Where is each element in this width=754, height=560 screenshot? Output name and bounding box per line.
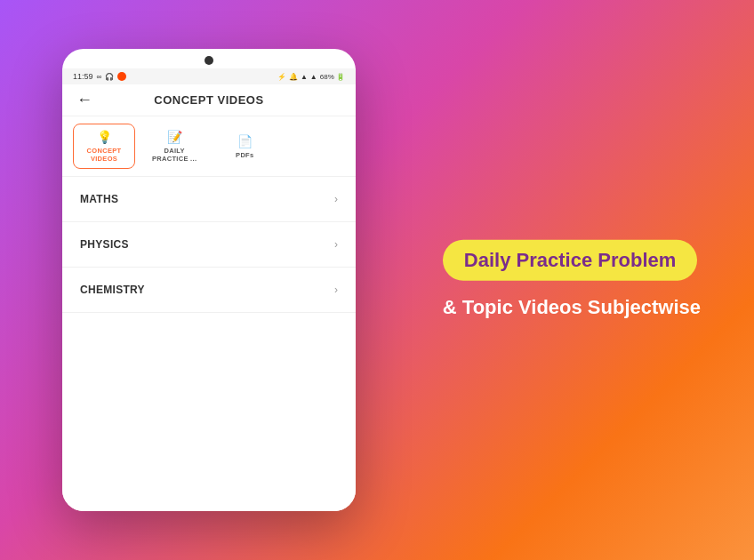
- subtitle-container: & Topic Videos Subjectwise: [443, 295, 701, 321]
- tab-pdfs-label: PDFs: [236, 151, 253, 159]
- status-right: ⚡ 🔔 ▲ ▲ 68% 🔋: [277, 73, 345, 81]
- subject-list: MATHS › PHYSICS › CHEMISTRY ›: [62, 177, 356, 511]
- highlight-badge: Daily Practice Problem: [443, 240, 697, 281]
- wifi-icon: ▲: [301, 73, 308, 81]
- app-header: ← CONCEPT VIDEOS: [62, 84, 356, 116]
- time-display: 11:59: [73, 72, 93, 81]
- headphone-icon: 🎧: [105, 73, 114, 81]
- tab-bar: 💡 CONCEPTVIDEOS 📝 DAILYPRACTICE ... 📄 PD…: [62, 116, 356, 177]
- subject-maths-label: MATHS: [80, 193, 118, 205]
- subject-chemistry-label: CHEMISTRY: [80, 284, 145, 296]
- concept-videos-icon: 💡: [97, 130, 112, 144]
- maths-chevron-icon: ›: [334, 193, 338, 205]
- subtitle-text: & Topic Videos Subjectwise: [443, 296, 701, 318]
- battery-display: 68% 🔋: [320, 73, 345, 81]
- physics-chevron-icon: ›: [334, 238, 338, 251]
- device-mockup: 11:59 ∞ 🎧 ⚡ 🔔 ▲ ▲ 68% 🔋 ← CONCEPT VIDEOS: [62, 49, 356, 511]
- battery-percent: 68%: [320, 73, 334, 81]
- chemistry-chevron-icon: ›: [334, 284, 338, 296]
- subject-maths[interactable]: MATHS ›: [62, 177, 356, 222]
- network-icon: ▲: [310, 73, 317, 81]
- tab-concept-label: CONCEPTVIDEOS: [87, 147, 122, 163]
- battery-icon: 🔋: [336, 73, 345, 81]
- subject-physics[interactable]: PHYSICS ›: [62, 222, 356, 268]
- pdfs-icon: 📄: [237, 134, 253, 148]
- notification-icon: 🔔: [289, 73, 298, 81]
- charge-icon: ⚡: [277, 73, 286, 81]
- subject-chemistry[interactable]: CHEMISTRY ›: [62, 268, 356, 313]
- tab-daily-practice[interactable]: 📝 DAILYPRACTICE ...: [142, 124, 206, 169]
- right-panel: Daily Practice Problem & Topic Videos Su…: [443, 240, 701, 321]
- scene: 11:59 ∞ 🎧 ⚡ 🔔 ▲ ▲ 68% 🔋 ← CONCEPT VIDEOS: [0, 0, 754, 560]
- status-left: 11:59 ∞ 🎧: [73, 72, 126, 81]
- daily-practice-icon: 📝: [167, 130, 182, 144]
- device-notch: [205, 56, 213, 65]
- badge-text: Daily Practice Problem: [464, 249, 676, 271]
- signal-icon: ∞: [97, 73, 102, 81]
- tab-pdfs[interactable]: 📄 PDFs: [213, 124, 276, 169]
- back-button[interactable]: ←: [76, 91, 92, 109]
- app-icon: [117, 72, 126, 81]
- page-title: CONCEPT VIDEOS: [154, 93, 263, 107]
- tab-daily-label: DAILYPRACTICE ...: [152, 147, 197, 163]
- tab-concept-videos[interactable]: 💡 CONCEPTVIDEOS: [73, 124, 135, 169]
- status-bar: 11:59 ∞ 🎧 ⚡ 🔔 ▲ ▲ 68% 🔋: [62, 68, 356, 84]
- subject-physics-label: PHYSICS: [80, 238, 129, 251]
